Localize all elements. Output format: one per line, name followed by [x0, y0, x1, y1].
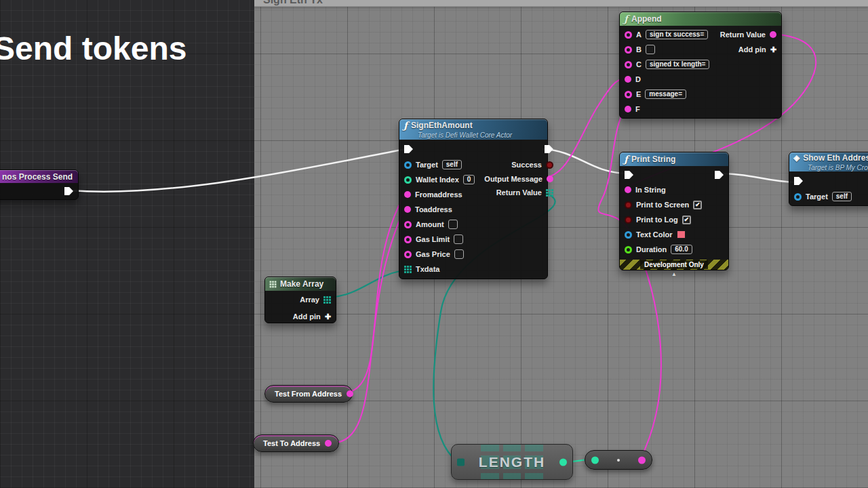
length-int-out-pin[interactable] — [559, 458, 567, 466]
print-to-log-pin[interactable] — [625, 216, 632, 224]
wallet-index-row: Wallet Index 0 — [399, 172, 479, 187]
output-message-pin[interactable] — [547, 176, 553, 182]
wire-exec-printstring-showethaddress[interactable] — [722, 174, 795, 182]
print-to-screen-pin[interactable] — [625, 201, 632, 209]
exec-out-pin[interactable] — [545, 145, 553, 153]
node-title: nos Process Send — [2, 172, 73, 182]
test-from-address-pin[interactable] — [347, 390, 353, 397]
target-pin[interactable] — [794, 193, 802, 201]
toaddress-row: Toaddress — [399, 202, 479, 217]
pin-b[interactable] — [625, 46, 632, 54]
array-output-pin[interactable] — [323, 296, 331, 304]
signethamount-header: ƒ SignEthAmount Target is Defi Wallet Co… — [399, 119, 547, 140]
gas-limit-value[interactable] — [454, 235, 463, 244]
gas-limit-pin[interactable] — [404, 236, 412, 243]
fromaddress-pin[interactable] — [404, 191, 411, 198]
txdata-row: Txdata — [399, 262, 479, 277]
duration-pin[interactable] — [625, 246, 632, 253]
return-value-pin[interactable] — [770, 31, 776, 38]
print-to-log-checkbox[interactable]: ✔ — [682, 216, 691, 224]
development-only-banner: Development Only — [620, 260, 728, 270]
text-color-pin[interactable] — [625, 231, 632, 239]
node-subtitle: Target is Defi Wallet Core Actor — [418, 131, 542, 139]
exec-in-pin[interactable] — [794, 177, 803, 185]
exec-out-pin[interactable] — [64, 187, 73, 195]
process-send-node[interactable]: nos Process Send — [0, 169, 79, 200]
wallet-index-label: Wallet Index — [416, 176, 459, 184]
exec-in-pin[interactable] — [404, 145, 413, 153]
length-array-in-pin[interactable] — [457, 458, 465, 466]
pin-f[interactable] — [625, 106, 631, 113]
append-pin-row-c: C signed tx length= — [620, 57, 714, 72]
in-string-label: In String — [635, 186, 666, 194]
make-array-node[interactable]: Make Array Array Add pin ✚ — [264, 277, 336, 323]
append-return-value-row: Return Value — [715, 27, 781, 42]
conversion-in-pin[interactable] — [591, 456, 599, 464]
collapse-arrow[interactable]: ▲ — [671, 271, 677, 277]
pin-a-value-input[interactable]: sign tx success= — [646, 30, 708, 39]
target-value[interactable]: self — [832, 192, 852, 201]
pin-d[interactable] — [625, 76, 631, 83]
append-node[interactable]: ƒ Append A sign tx success= B C signed — [619, 12, 782, 119]
pin-e-value-input[interactable]: message= — [645, 89, 686, 99]
test-from-address-node[interactable]: Test From Address — [264, 385, 353, 403]
int-to-string-conversion-node[interactable] — [585, 450, 652, 470]
wire-makearray-txdata[interactable] — [330, 271, 400, 298]
pin-e[interactable] — [625, 91, 632, 98]
gas-limit-row: Gas Limit — [399, 232, 479, 247]
output-message-label: Output Message — [484, 175, 542, 183]
target-pin[interactable] — [404, 161, 412, 169]
text-color-swatch[interactable] — [677, 230, 686, 239]
signethamount-node[interactable]: ƒ SignEthAmount Target is Defi Wallet Co… — [399, 119, 548, 279]
gas-price-value[interactable] — [454, 249, 464, 259]
wallet-index-pin[interactable] — [404, 176, 412, 184]
gas-price-label: Gas Price — [416, 250, 450, 258]
node-title: Append — [631, 14, 662, 24]
print-to-log-row: Print to Log ✔ — [620, 212, 728, 227]
exec-out-pin[interactable] — [715, 171, 724, 179]
append-pin-row-a: A sign tx success= — [620, 27, 714, 42]
conversion-out-pin[interactable] — [638, 456, 646, 464]
success-pin[interactable] — [546, 161, 553, 169]
make-array-add-pin-row[interactable]: Add pin ✚ — [265, 309, 336, 324]
pin-c[interactable] — [625, 61, 632, 68]
blueprint-graph[interactable]: Sign Eth Tx Send tokens nos Process Send… — [0, 0, 868, 488]
test-to-address-node[interactable]: Test To Address — [253, 434, 339, 452]
target-label: Target — [416, 161, 438, 169]
target-value[interactable]: self — [442, 160, 462, 169]
return-value-array-pin[interactable] — [546, 189, 553, 197]
pin-a[interactable] — [625, 31, 632, 39]
diamond-icon: ◈ — [793, 153, 800, 163]
gas-limit-label: Gas Limit — [416, 235, 450, 243]
plus-icon: ✚ — [325, 312, 331, 321]
in-string-pin[interactable] — [625, 186, 631, 193]
print-to-screen-checkbox[interactable]: ✔ — [693, 201, 702, 209]
wire-testto-toaddress[interactable] — [329, 209, 404, 443]
exec-in-pin[interactable] — [625, 171, 633, 179]
target-row: Target self — [789, 189, 856, 204]
test-to-address-pin[interactable] — [325, 440, 332, 447]
wallet-index-value[interactable]: 0 — [463, 175, 475, 184]
amount-pin[interactable] — [404, 221, 412, 228]
print-string-header: ƒ Print String — [620, 152, 728, 166]
append-add-pin-row[interactable]: Add pin ✚ — [715, 42, 781, 57]
show-eth-address-node[interactable]: ◈ Show Eth Address Target is BP My Cro T… — [789, 152, 868, 206]
toaddress-pin[interactable] — [404, 206, 411, 213]
pin-c-value-input[interactable]: signed tx length= — [646, 60, 710, 69]
fromaddress-row: Fromaddress — [399, 187, 479, 202]
duration-value[interactable]: 60.0 — [671, 245, 692, 254]
gas-price-pin[interactable] — [404, 251, 412, 258]
pin-b-value-input[interactable] — [646, 45, 655, 54]
amount-row: Amount — [399, 217, 479, 232]
txdata-array-pin[interactable] — [404, 266, 412, 273]
graph-title-bar: Sign Eth Tx — [254, 0, 868, 7]
success-label: Success — [511, 161, 542, 169]
append-pin-row-b: B — [620, 42, 714, 57]
wire-testfrom-fromaddress[interactable] — [343, 195, 404, 393]
print-string-node[interactable]: ƒ Print String In String Print to Screen… — [619, 152, 729, 270]
test-to-address-label: Test To Address — [263, 439, 320, 447]
length-node[interactable]: LENGTH — [451, 444, 573, 480]
pin-a-label: A — [636, 30, 642, 39]
amount-value[interactable] — [448, 220, 458, 229]
output-message-row: Output Message — [479, 172, 558, 186]
